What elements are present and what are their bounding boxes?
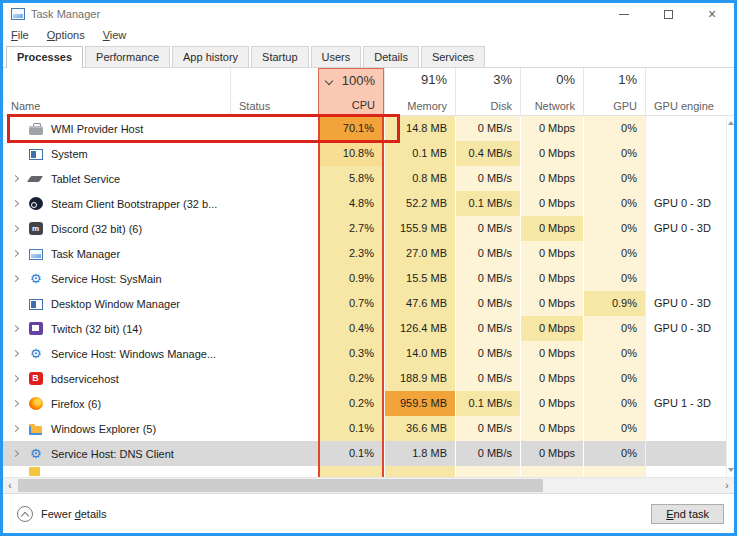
partial-name-cell xyxy=(3,466,230,477)
table-row[interactable]: Service Host: SysMain 0.9% 15.5 MB 0 MB/… xyxy=(3,266,734,291)
column-header-memory[interactable]: 91% Memory xyxy=(384,68,455,115)
end-task-button[interactable]: End task xyxy=(651,504,724,524)
process-rows: WMI Provider Host 70.1% 14.8 MB 0 MB/s 0… xyxy=(3,116,734,466)
gpu-cell: 0% xyxy=(583,416,645,441)
dwm-icon xyxy=(29,299,43,310)
process-name-cell[interactable]: Steam Client Bootstrapper (32 b... xyxy=(3,191,230,216)
table-row[interactable]: Firefox (6) 0.2% 959.5 MB 0.1 MB/s 0 Mbp… xyxy=(3,391,734,416)
process-name-cell[interactable]: Tablet Service xyxy=(3,166,230,191)
process-name-cell[interactable]: Desktop Window Manager xyxy=(3,291,230,316)
cpu-cell: 0.2% xyxy=(318,391,384,416)
close-icon: × xyxy=(708,7,716,21)
table-row[interactable]: Windows Explorer (5) 0.1% 36.6 MB 0 MB/s… xyxy=(3,416,734,441)
disk-cell: 0 MB/s xyxy=(455,366,520,391)
table-row[interactable]: Discord (32 bit) (6) 2.7% 155.9 MB 0 MB/… xyxy=(3,216,734,241)
expand-chevron-icon[interactable] xyxy=(12,325,19,332)
expand-chevron-icon[interactable] xyxy=(12,400,19,407)
horizontal-scroll-thumb[interactable] xyxy=(18,479,543,492)
expand-chevron-icon[interactable] xyxy=(12,350,19,357)
cpu-total-value: 100% xyxy=(327,73,375,88)
table-row[interactable]: Service Host: Windows Manage... 0.3% 14.… xyxy=(3,341,734,366)
partial-network-cell xyxy=(520,466,583,477)
scroll-down-icon[interactable] xyxy=(728,468,734,472)
expand-chevron-icon[interactable] xyxy=(12,225,19,232)
expand-chevron-icon[interactable] xyxy=(12,425,19,432)
process-name: WMI Provider Host xyxy=(51,123,143,135)
tab-startup[interactable]: Startup xyxy=(251,46,308,67)
disk-cell: 0 MB/s xyxy=(455,216,520,241)
status-cell xyxy=(230,191,318,216)
partial-status-cell xyxy=(230,466,318,477)
column-header-status[interactable]: Status xyxy=(230,68,318,115)
menu-options[interactable]: Options xyxy=(47,29,85,41)
tab-app-history[interactable]: App history xyxy=(172,46,249,67)
tab-services[interactable]: Services xyxy=(421,46,485,67)
process-name-cell[interactable]: Discord (32 bit) (6) xyxy=(3,216,230,241)
column-header-gpu[interactable]: 1% GPU xyxy=(583,68,645,115)
status-cell xyxy=(230,316,318,341)
disk-cell: 0 MB/s xyxy=(455,416,520,441)
wmi-icon xyxy=(29,122,43,136)
table-row[interactable]: Tablet Service 5.8% 0.8 MB 0 MB/s 0 Mbps… xyxy=(3,166,734,191)
process-name-cell[interactable]: bdservicehost xyxy=(3,366,230,391)
column-header-name[interactable]: Name xyxy=(3,68,230,115)
process-name-cell[interactable]: Firefox (6) xyxy=(3,391,230,416)
menu-view[interactable]: View xyxy=(103,29,127,41)
table-row[interactable]: Steam Client Bootstrapper (32 b... 4.8% … xyxy=(3,191,734,216)
process-name-cell[interactable]: Service Host: DNS Client xyxy=(3,441,230,466)
steam-icon xyxy=(29,197,43,210)
maximize-button[interactable] xyxy=(646,3,690,25)
cpu-cell: 0.4% xyxy=(318,316,384,341)
process-name-cell[interactable]: WMI Provider Host xyxy=(3,116,230,141)
status-cell xyxy=(230,291,318,316)
expand-chevron-icon[interactable] xyxy=(12,450,19,457)
maximize-icon xyxy=(664,10,673,19)
horizontal-scrollbar[interactable]: ‹ › xyxy=(3,477,734,493)
table-row[interactable]: System 10.8% 0.1 MB 0.4 MB/s 0 Mbps 0% xyxy=(3,141,734,166)
table-row[interactable]: bdservicehost 0.2% 188.9 MB 0 MB/s 0 Mbp… xyxy=(3,366,734,391)
vertical-scrollbar[interactable] xyxy=(726,116,734,477)
discord-icon xyxy=(29,222,43,235)
table-row[interactable]: Service Host: DNS Client 0.1% 1.8 MB 0 M… xyxy=(3,441,734,466)
table-row[interactable]: WMI Provider Host 70.1% 14.8 MB 0 MB/s 0… xyxy=(3,116,734,141)
process-name-cell[interactable]: System xyxy=(3,141,230,166)
menu-file[interactable]: File xyxy=(11,29,29,41)
fewer-details-toggle[interactable]: Fewer details xyxy=(41,508,106,520)
minimize-button[interactable] xyxy=(602,3,646,25)
table-row[interactable]: Task Manager 2.3% 27.0 MB 0 MB/s 0 Mbps … xyxy=(3,241,734,266)
status-cell xyxy=(230,391,318,416)
tab-details[interactable]: Details xyxy=(363,46,419,67)
column-header-gpu-engine[interactable]: GPU engine xyxy=(645,68,726,115)
tab-processes[interactable]: Processes xyxy=(6,46,83,68)
tab-users[interactable]: Users xyxy=(311,46,362,67)
tab-performance[interactable]: Performance xyxy=(85,46,170,67)
gpu-cell: 0% xyxy=(583,341,645,366)
expand-chevron-icon[interactable] xyxy=(12,375,19,382)
scroll-right-icon[interactable]: › xyxy=(720,478,734,494)
table-row[interactable]: Twitch (32 bit) (14) 0.4% 126.4 MB 0 MB/… xyxy=(3,316,734,341)
status-cell xyxy=(230,241,318,266)
scroll-up-icon[interactable] xyxy=(728,121,734,125)
process-name-cell[interactable]: Service Host: Windows Manage... xyxy=(3,341,230,366)
gpu-engine-cell: GPU 0 - 3D xyxy=(645,316,726,341)
gpu-engine-cell xyxy=(645,241,726,266)
column-header-disk[interactable]: 3% Disk xyxy=(455,68,520,115)
process-name-cell[interactable]: Windows Explorer (5) xyxy=(3,416,230,441)
network-cell: 0 Mbps xyxy=(520,266,583,291)
column-header-network[interactable]: 0% Network xyxy=(520,68,583,115)
expand-chevron-icon[interactable] xyxy=(12,250,19,257)
process-name-cell[interactable]: Twitch (32 bit) (14) xyxy=(3,316,230,341)
scroll-left-icon[interactable]: ‹ xyxy=(3,478,17,494)
expand-chevron-icon[interactable] xyxy=(12,275,19,282)
close-button[interactable]: × xyxy=(690,3,734,25)
process-name-cell[interactable]: Service Host: SysMain xyxy=(3,266,230,291)
memory-cell: 959.5 MB xyxy=(384,391,455,416)
table-row[interactable]: Desktop Window Manager 0.7% 47.6 MB 0 MB… xyxy=(3,291,734,316)
expand-chevron-icon[interactable] xyxy=(12,200,19,207)
system-icon xyxy=(29,149,43,160)
disk-cell: 0 MB/s xyxy=(455,341,520,366)
explorer-icon xyxy=(29,422,43,436)
process-name-cell[interactable]: Task Manager xyxy=(3,241,230,266)
column-header-cpu[interactable]: 100% CPU xyxy=(318,68,384,115)
expand-chevron-icon[interactable] xyxy=(12,175,19,182)
